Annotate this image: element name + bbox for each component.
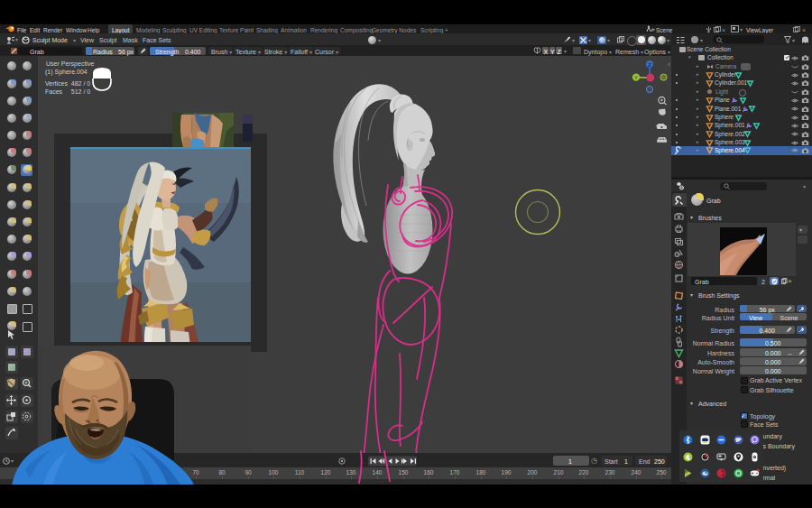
svg-text:Y: Y — [634, 75, 638, 80]
svg-text:Z: Z — [648, 62, 651, 68]
